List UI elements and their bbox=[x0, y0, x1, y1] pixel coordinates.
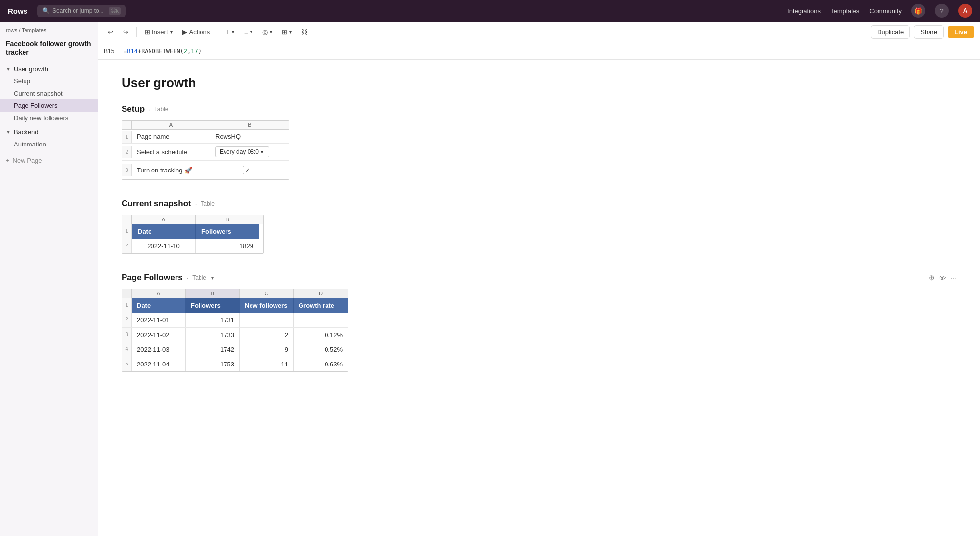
insert-button[interactable]: ⊞ Insert ▾ bbox=[141, 26, 176, 38]
snapshot-section: Current snapshot · Table A B 1 Date bbox=[122, 199, 956, 255]
grid-icon: ⊞ bbox=[282, 28, 287, 36]
nav-community[interactable]: Community bbox=[869, 7, 902, 15]
pf-growth-rate-3[interactable]: 0.12% bbox=[294, 328, 348, 342]
snapshot-section-header: Current snapshot · Table bbox=[122, 199, 956, 209]
help-icon[interactable]: ? bbox=[935, 4, 949, 18]
sidebar-item-current-snapshot[interactable]: Current snapshot bbox=[0, 87, 98, 99]
pf-row-num-2: 2 bbox=[122, 313, 132, 327]
pf-new-followers-5[interactable]: 11 bbox=[240, 357, 294, 371]
setup-section: Setup · Table A B 1 Page name bbox=[122, 104, 956, 181]
actions-button[interactable]: ▶ Actions bbox=[178, 26, 214, 38]
search-shortcut: ⌘k bbox=[109, 7, 121, 15]
sidebar-item-automation[interactable]: Automation bbox=[0, 138, 98, 150]
setup-dot: · bbox=[149, 106, 151, 113]
cell-page-name-value[interactable] bbox=[210, 130, 274, 143]
formula-arg2: 17 bbox=[191, 48, 198, 55]
format-button[interactable]: ◎ ▾ bbox=[258, 26, 276, 38]
align-button[interactable]: ≡ ▾ bbox=[240, 26, 256, 38]
formula-bar: B15 =B14+RANDBETWEEN(2,17) bbox=[98, 43, 980, 60]
search-placeholder: Search or jump to... bbox=[52, 7, 104, 14]
snapshot-col-headers: A B bbox=[122, 215, 263, 224]
cell-tracking-checkbox[interactable]: ✓ bbox=[210, 161, 274, 179]
nav-templates[interactable]: Templates bbox=[830, 7, 859, 15]
breadcrumb-rows[interactable]: rows bbox=[6, 27, 17, 33]
insert-label: Insert bbox=[152, 28, 168, 36]
schedule-dropdown[interactable]: Every day 08:0 ▾ bbox=[215, 146, 269, 157]
pf-followers-5[interactable]: 1753 bbox=[186, 357, 240, 371]
setup-col-a-header: A bbox=[132, 121, 210, 129]
schedule-chevron-icon: ▾ bbox=[261, 149, 263, 155]
new-page-button[interactable]: + New Page bbox=[0, 154, 98, 167]
nav-integrations[interactable]: Integrations bbox=[787, 7, 821, 15]
nav-links: Integrations Templates Community 🎁 ? A bbox=[787, 4, 972, 18]
more-icon[interactable]: ··· bbox=[950, 274, 956, 282]
page-followers-section: Page Followers · Table ▾ ⊕ 👁 ··· A bbox=[122, 273, 956, 373]
text-format-button[interactable]: T ▾ bbox=[222, 26, 238, 38]
duplicate-button[interactable]: Duplicate bbox=[871, 25, 910, 39]
setup-row-2: 2 Select a schedule Every day 08:0 ▾ bbox=[122, 144, 289, 161]
sidebar-section-header-user-growth[interactable]: ▼ User growth bbox=[0, 63, 98, 75]
share-button[interactable]: Share bbox=[914, 25, 944, 39]
snap-date-value[interactable]: 2022-11-10 bbox=[132, 239, 196, 253]
checkbox-container[interactable]: ✓ bbox=[215, 164, 279, 176]
setup-col-headers: A B bbox=[122, 121, 289, 130]
pf-followers-header: Followers bbox=[186, 298, 240, 313]
pf-new-followers-3[interactable]: 2 bbox=[240, 328, 294, 342]
snap-row-num-2: 2 bbox=[122, 239, 132, 253]
pf-followers-2[interactable]: 1731 bbox=[186, 313, 240, 327]
toolbar: ↩ ↪ ⊞ Insert ▾ ▶ Actions T ▾ ≡ ▾ ◎ bbox=[98, 22, 980, 43]
pf-date-2[interactable]: 2022-11-01 bbox=[132, 313, 186, 327]
snap-followers-value[interactable]: 1829 bbox=[196, 239, 259, 253]
pf-followers-3[interactable]: 1733 bbox=[186, 328, 240, 342]
sidebar-item-page-followers[interactable]: Page Followers bbox=[0, 99, 98, 112]
app-logo[interactable]: Rows bbox=[8, 7, 27, 15]
pf-row-num-4: 4 bbox=[122, 342, 132, 357]
pf-date-4[interactable]: 2022-11-03 bbox=[132, 342, 186, 357]
sidebar-item-daily-new-followers[interactable]: Daily new followers bbox=[0, 112, 98, 124]
format-chevron: ▾ bbox=[270, 29, 272, 35]
search-bar[interactable]: 🔍 Search or jump to... ⌘k bbox=[37, 5, 126, 17]
redo-button[interactable]: ↪ bbox=[119, 26, 132, 38]
filter-icon[interactable]: ⊕ bbox=[929, 273, 935, 282]
chain-button[interactable]: ⛓ bbox=[298, 26, 312, 38]
page-followers-table: A B C D 1 Date Followers New followers G… bbox=[122, 289, 348, 372]
row-num-2: 2 bbox=[122, 146, 132, 158]
page-name-input[interactable] bbox=[215, 133, 269, 140]
live-button[interactable]: Live bbox=[948, 26, 974, 38]
snapshot-header-row: 1 Date Followers bbox=[122, 224, 263, 239]
pf-growth-rate-header: Growth rate bbox=[294, 298, 348, 313]
pf-growth-rate-5[interactable]: 0.63% bbox=[294, 357, 348, 371]
sidebar-item-setup[interactable]: Setup bbox=[0, 75, 98, 87]
formula-content[interactable]: =B14+RANDBETWEEN(2,17) bbox=[124, 48, 201, 55]
tracking-checkbox[interactable]: ✓ bbox=[243, 166, 251, 174]
cell-reference[interactable]: B15 bbox=[104, 48, 120, 55]
page-title: User growth bbox=[122, 75, 956, 91]
pf-new-followers-2[interactable] bbox=[240, 313, 294, 327]
pf-date-3[interactable]: 2022-11-02 bbox=[132, 328, 186, 342]
pf-row-num-1: 1 bbox=[122, 298, 132, 313]
pf-data-row-3: 3 2022-11-02 1733 2 0.12% bbox=[122, 328, 348, 342]
pf-followers-4[interactable]: 1742 bbox=[186, 342, 240, 357]
breadcrumb-templates[interactable]: Templates bbox=[22, 27, 46, 33]
undo-button[interactable]: ↩ bbox=[104, 26, 117, 38]
play-icon: ▶ bbox=[182, 28, 187, 36]
cell-schedule-value[interactable]: Every day 08:0 ▾ bbox=[210, 144, 274, 160]
gift-icon[interactable]: 🎁 bbox=[911, 4, 925, 18]
pf-table-view-chevron-icon[interactable]: ▾ bbox=[211, 275, 214, 281]
text-chevron: ▾ bbox=[232, 29, 234, 35]
pf-data-row-5: 5 2022-11-04 1753 11 0.63% bbox=[122, 357, 348, 371]
align-chevron: ▾ bbox=[250, 29, 252, 35]
grid-button[interactable]: ⊞ ▾ bbox=[278, 26, 296, 38]
pf-new-followers-4[interactable]: 9 bbox=[240, 342, 294, 357]
eye-icon[interactable]: 👁 bbox=[939, 274, 946, 282]
pf-date-5[interactable]: 2022-11-04 bbox=[132, 357, 186, 371]
pf-data-row-2: 2 2022-11-01 1731 bbox=[122, 313, 348, 328]
pf-growth-rate-2[interactable] bbox=[294, 313, 348, 327]
pf-title: Page Followers bbox=[122, 273, 183, 283]
avatar[interactable]: A bbox=[958, 4, 972, 18]
cell-page-name-label: Page name bbox=[132, 130, 210, 143]
main-area: ↩ ↪ ⊞ Insert ▾ ▶ Actions T ▾ ≡ ▾ ◎ bbox=[98, 22, 980, 536]
pf-growth-rate-4[interactable]: 0.52% bbox=[294, 342, 348, 357]
sidebar-section-header-backend[interactable]: ▼ Backend bbox=[0, 126, 98, 138]
setup-row-num-spacer bbox=[122, 121, 132, 129]
